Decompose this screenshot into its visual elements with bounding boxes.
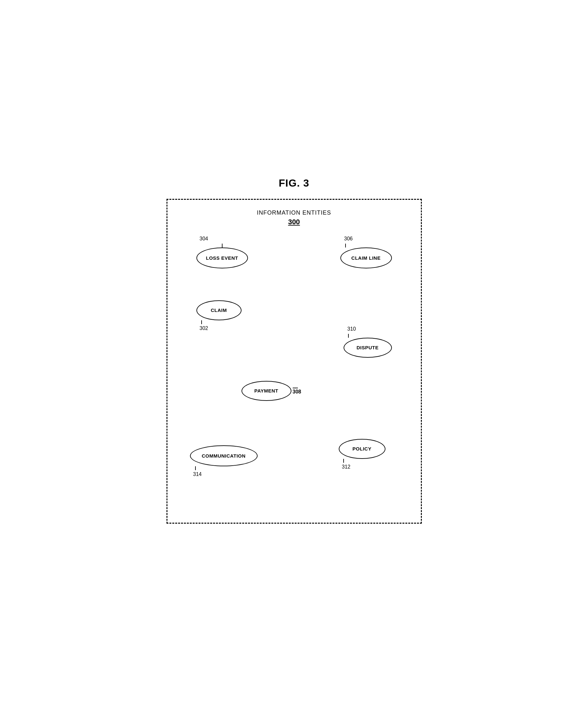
label-claim: CLAIM — [211, 307, 227, 313]
label-policy: POLICY — [353, 446, 372, 451]
diagram-number: 300 — [177, 218, 411, 226]
node-loss-event: 304 LOSS EVENT — [196, 236, 248, 268]
node-claim-line: 306 CLAIM LINE — [340, 236, 392, 268]
label-communication: COMMUNICATION — [201, 453, 245, 459]
ref-306: 306 — [344, 236, 353, 242]
node-dispute: 310 DISPUTE — [343, 326, 392, 358]
label-loss-event: LOSS EVENT — [206, 255, 238, 261]
node-communication: COMMUNICATION 314 — [190, 445, 258, 477]
tick-dispute-above — [348, 334, 349, 338]
node-claim: CLAIM 302 — [196, 300, 242, 331]
ellipse-loss-event: LOSS EVENT — [196, 247, 248, 268]
ref-308: 308 — [293, 389, 301, 395]
figure-title: FIG. 3 — [279, 177, 309, 189]
ellipse-dispute: DISPUTE — [343, 338, 392, 358]
tick-claim-below — [201, 320, 202, 324]
ref-314: 314 — [193, 471, 202, 477]
ref-310: 310 — [347, 326, 356, 332]
label-claim-line: CLAIM LINE — [351, 255, 381, 261]
label-dispute: DISPUTE — [357, 345, 379, 350]
page-container: FIG. 3 INFORMATION ENTITIES 300 304 LOSS… — [147, 164, 441, 543]
entities-area: 304 LOSS EVENT 306 CLAIM LINE CLAIM — [177, 236, 411, 513]
node-payment: PAYMENT 308 — [242, 381, 301, 401]
diagram-box: INFORMATION ENTITIES 300 304 LOSS EVENT … — [167, 199, 422, 524]
ref-302: 302 — [200, 326, 208, 331]
ellipse-claim: CLAIM — [196, 300, 242, 320]
tick-loss-event-above — [222, 244, 222, 247]
diagram-label: INFORMATION ENTITIES — [177, 209, 411, 216]
ref-312: 312 — [342, 464, 351, 470]
ellipse-policy: POLICY — [339, 439, 385, 459]
tick-claim-line-above — [345, 244, 346, 247]
ellipse-communication: COMMUNICATION — [190, 445, 258, 466]
tick-payment-right — [293, 388, 298, 388]
label-payment: PAYMENT — [254, 388, 278, 394]
ref-304: 304 — [200, 236, 208, 242]
ellipse-payment: PAYMENT — [242, 381, 291, 401]
node-policy: POLICY 312 — [339, 439, 385, 470]
tick-policy-below — [343, 459, 344, 463]
tick-communication-below — [195, 466, 196, 470]
ellipse-claim-line: CLAIM LINE — [340, 247, 392, 268]
